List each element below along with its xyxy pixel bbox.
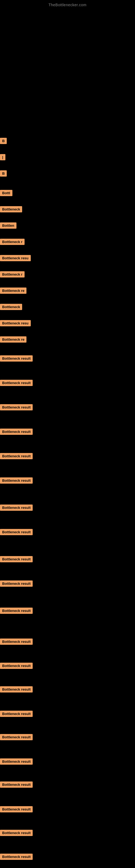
bottleneck-result-label[interactable]: Bottleneck result [0, 453, 33, 459]
bottleneck-label-container-20: Bottleneck result [0, 504, 33, 512]
bottleneck-label-container-33: Bottleneck result [0, 830, 33, 837]
bottleneck-label-container-30: Bottleneck result [0, 758, 33, 766]
bottleneck-label-container-22: Bottleneck result [0, 556, 33, 563]
bottleneck-result-label[interactable]: Bottleneck result [0, 663, 33, 669]
bottleneck-result-label[interactable]: Bottleneck result [0, 734, 33, 740]
bottleneck-result-label[interactable]: Bottleneck result [0, 639, 33, 645]
bottleneck-label-container-34: Bottleneck result [0, 854, 33, 861]
bottleneck-result-label[interactable]: Bottleneck result [0, 355, 33, 362]
bottleneck-result-label[interactable]: Bottleneck result [0, 504, 33, 511]
bottleneck-result-label[interactable]: Bottleneck result [0, 854, 33, 860]
bottleneck-label-container-18: Bottleneck result [0, 453, 33, 460]
bottleneck-result-label[interactable]: B [0, 170, 7, 177]
bottleneck-result-label[interactable]: | [0, 154, 5, 160]
bottleneck-label-container-24: Bottleneck result [0, 608, 33, 615]
site-title: TheBottlenecker.com [0, 0, 135, 7]
bottleneck-label-container-14: Bottleneck result [0, 355, 33, 363]
bottleneck-result-label[interactable]: Bottleneck r [0, 239, 25, 245]
bottleneck-result-label[interactable]: Bottleneck result [0, 581, 33, 587]
bottleneck-result-label[interactable]: Bottleneck result [0, 429, 33, 435]
bottleneck-label-container-25: Bottleneck result [0, 639, 33, 646]
bottleneck-label-container-3: B [0, 170, 7, 178]
bottleneck-label-container-4: Bottl [0, 190, 12, 197]
bottleneck-label-container-19: Bottleneck result [0, 477, 33, 485]
bottleneck-label-container-6: Bottlen [0, 222, 16, 230]
bottleneck-label-container-16: Bottleneck result [0, 404, 33, 411]
bottleneck-label-container-28: Bottleneck result [0, 711, 33, 718]
bottleneck-result-label[interactable]: Bottl [0, 190, 12, 196]
bottleneck-result-label[interactable]: Bottleneck result [0, 404, 33, 410]
bottleneck-result-label[interactable]: Bottleneck result [0, 806, 33, 812]
bottleneck-label-container-8: Bottleneck resu [0, 255, 31, 262]
bottleneck-label-container-26: Bottleneck result [0, 663, 33, 670]
bottleneck-label-container-23: Bottleneck result [0, 581, 33, 588]
bottleneck-label-container-15: Bottleneck result [0, 380, 33, 387]
bottleneck-label-container-32: Bottleneck result [0, 806, 33, 813]
bottleneck-result-label[interactable]: Bottleneck result [0, 529, 33, 535]
bottleneck-result-label[interactable]: Bottleneck result [0, 711, 33, 717]
bottleneck-label-container-12: Bottleneck resu [0, 320, 31, 328]
bottleneck-result-label[interactable]: Bottleneck result [0, 380, 33, 386]
bottleneck-result-label[interactable]: Bottleneck result [0, 477, 33, 484]
bottleneck-label-container-17: Bottleneck result [0, 429, 33, 436]
bottleneck-label-container-31: Bottleneck result [0, 781, 33, 789]
bottleneck-label-container-29: Bottleneck result [0, 734, 33, 741]
bottleneck-result-label[interactable]: Bottleneck result [0, 781, 33, 788]
bottleneck-result-label[interactable]: B [0, 138, 7, 144]
bottleneck-label-container-5: Bottleneck [0, 206, 22, 214]
bottleneck-result-label[interactable]: Bottleneck result [0, 830, 33, 836]
bottleneck-result-label[interactable]: Bottleneck re [0, 287, 27, 294]
bottleneck-label-container-2: | [0, 154, 5, 161]
bottleneck-result-label[interactable]: Bottleneck resu [0, 320, 31, 326]
bottleneck-label-container-11: Bottleneck [0, 304, 22, 311]
bottleneck-label-container-1: B [0, 138, 7, 145]
bottleneck-result-label[interactable]: Bottlen [0, 222, 16, 229]
bottleneck-result-label[interactable]: Bottleneck resu [0, 255, 31, 261]
bottleneck-result-label[interactable]: Bottleneck [0, 206, 22, 212]
bottleneck-result-label[interactable]: Bottleneck result [0, 556, 33, 562]
bottleneck-result-label[interactable]: Bottleneck re [0, 336, 27, 343]
bottleneck-label-container-9: Bottleneck r [0, 271, 25, 279]
bottleneck-result-label[interactable]: Bottleneck [0, 304, 22, 310]
bottleneck-label-container-27: Bottleneck result [0, 686, 33, 693]
bottleneck-result-label[interactable]: Bottleneck r [0, 271, 25, 278]
bottleneck-label-container-13: Bottleneck re [0, 336, 27, 344]
bottleneck-result-label[interactable]: Bottleneck result [0, 758, 33, 765]
bottleneck-label-container-10: Bottleneck re [0, 287, 27, 295]
bottleneck-label-container-21: Bottleneck result [0, 529, 33, 536]
bottleneck-result-label[interactable]: Bottleneck result [0, 608, 33, 614]
bottleneck-label-container-7: Bottleneck r [0, 239, 25, 246]
bottleneck-result-label[interactable]: Bottleneck result [0, 686, 33, 692]
